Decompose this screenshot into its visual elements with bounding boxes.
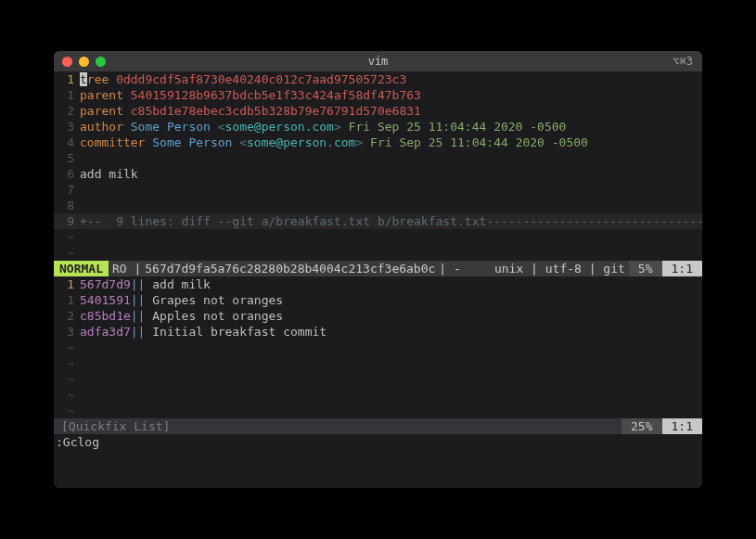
log-line[interactable]: 1 567d7d9|| add milk [54,276,702,292]
tree-hash: 0ddd9cdf5af8730e40240c012c7aad97505723c3 [116,72,406,86]
empty-line: ~ [54,245,702,261]
line-number: 8 [54,198,80,213]
tilde-icon: ~ [54,355,80,371]
commit-message: add milk [80,166,702,182]
commit-line: 1 parent 540159128b9637bdcb5e1f33c424af5… [54,87,702,103]
author-date: Fri Sep 25 11:04:44 2020 -0500 [349,120,567,134]
file-info: unix | utf-8 | git [491,261,629,276]
line-content: tree 0ddd9cdf5af8730e40240c012c7aad97505… [80,71,702,87]
minimize-icon[interactable] [79,57,89,67]
terminal-window: vim ⌥⌘3 1 tree 0ddd9cdf5af8730e40240c012… [54,51,702,488]
empty-line: ~ [54,340,702,355]
titlebar: vim ⌥⌘3 [54,51,702,71]
line-number: 6 [54,166,80,182]
line-number: 1 [54,292,80,308]
commit-hash: 567d7d9 [80,277,131,291]
committer-email: some@person.com [247,135,355,149]
line-number: 2 [54,308,80,324]
commit-hash: c85bd1e [80,309,131,323]
close-icon[interactable] [62,57,72,67]
commit-line: 6 add milk [54,166,702,182]
commit-line: 1 tree 0ddd9cdf5af8730e40240c012c7aad975… [54,71,702,87]
tilde-icon: ~ [54,403,80,418]
traffic-lights [54,57,106,67]
line-content: parent c85bd1e78ebec3cdb5b328b79e76791d5… [80,103,702,119]
line-content: author Some Person <some@person.com> Fri… [80,119,702,135]
command-line[interactable]: :Gclog [54,434,702,450]
commit-line: 7 [54,182,702,198]
log-message: Grapes not oranges [152,293,283,307]
tilde-icon: ~ [54,245,80,261]
scroll-percent: 25% [621,418,661,434]
statusline-quickfix: [Quickfix List] 25% 1:1 [54,418,702,434]
quickfix-pane[interactable]: 1 567d7d9|| add milk 1 5401591|| Grapes … [54,276,702,418]
cursor-position: 1:1 [662,418,702,434]
commit-line: 5 [54,150,702,166]
commit-line: 8 [54,198,702,213]
parent-hash: 540159128b9637bdcb5e1f33c424af58df47b763 [131,88,421,102]
commit-hash: 5401591 [80,293,131,307]
tilde-icon: ~ [54,387,80,403]
cursor: t [80,72,87,86]
commit-line: 2 parent c85bd1e78ebec3cdb5b328b79e76791… [54,103,702,119]
scroll-percent: 5% [629,261,662,276]
line-number: 4 [54,135,80,150]
empty-line: ~ [54,387,702,403]
empty-line: ~ [54,403,702,418]
maximize-icon[interactable] [96,57,106,67]
line-content: parent 540159128b9637bdcb5e1f33c424af58d… [80,87,702,103]
line-content: committer Some Person <some@person.com> … [80,135,702,150]
author-email: some@person.com [225,120,334,134]
tilde-icon: ~ [54,229,80,245]
committer-date: Fri Sep 25 11:04:44 2020 -0500 [370,135,588,149]
editor[interactable]: 1 tree 0ddd9cdf5af8730e40240c012c7aad975… [54,71,702,488]
log-message: Apples not oranges [152,309,283,323]
tilde-icon: ~ [54,371,80,387]
line-number: 1 [54,276,80,292]
statusline: NORMAL RO | 567d7d9fa5a76c28280b28b4004c… [54,261,702,276]
line-number: 1 [54,71,80,87]
mode-indicator: NORMAL [54,261,109,276]
log-message: Initial breakfast commit [152,325,327,339]
window-title: vim [54,54,702,70]
tilde-icon: ~ [54,340,80,355]
line-number: 2 [54,103,80,119]
commit-hash: adfa3d7 [80,325,131,339]
line-number: 7 [54,182,80,198]
commit-line: 3 author Some Person <some@person.com> F… [54,119,702,135]
panel-indicator: ⌥⌘3 [673,54,693,70]
commit-line: 4 committer Some Person <some@person.com… [54,135,702,150]
log-line[interactable]: 3 adfa3d7|| Initial breakfast commit [54,324,702,340]
empty-line: ~ [54,371,702,387]
log-message: add milk [152,277,211,291]
line-number: 3 [54,119,80,135]
log-line[interactable]: 1 5401591|| Grapes not oranges [54,292,702,308]
fold-text: +-- 9 lines: diff --git a/breakfast.txt … [80,213,702,229]
commit-pane[interactable]: 1 tree 0ddd9cdf5af8730e40240c012c7aad975… [54,71,702,261]
committer-name: Some Person [152,135,239,149]
line-number: 9 [54,213,80,229]
log-line[interactable]: 2 c85bd1e|| Apples not oranges [54,308,702,324]
parent-hash: c85bd1e78ebec3cdb5b328b79e76791d570e6831 [131,104,421,118]
empty-line: ~ [54,229,702,245]
fold-line[interactable]: 9 +-- 9 lines: diff --git a/breakfast.tx… [54,213,702,229]
line-number: 5 [54,150,80,166]
empty-line: ~ [54,355,702,371]
readonly-indicator: RO | [109,261,145,276]
line-number: 3 [54,324,80,340]
cursor-position: 1:1 [662,261,702,276]
pane-title: [Quickfix List] [54,418,621,434]
buffer-name: 567d7d9fa5a76c28280b28b4004c213cf3e6ab0c [145,261,435,276]
author-name: Some Person [131,120,218,134]
line-number: 1 [54,87,80,103]
